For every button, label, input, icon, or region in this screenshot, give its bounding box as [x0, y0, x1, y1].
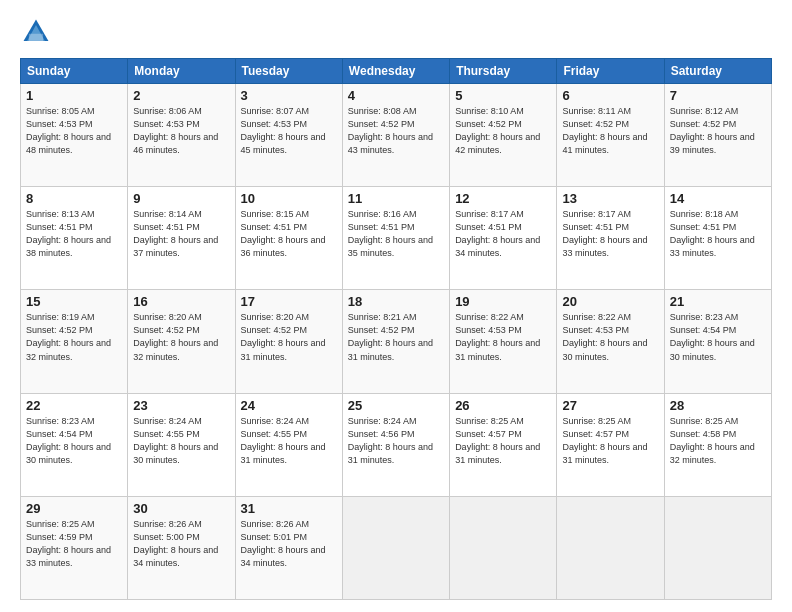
calendar-cell: 13Sunrise: 8:17 AMSunset: 4:51 PMDayligh…: [557, 187, 664, 290]
day-content: Sunrise: 8:25 AMSunset: 4:59 PMDaylight:…: [26, 518, 122, 570]
calendar-cell: 14Sunrise: 8:18 AMSunset: 4:51 PMDayligh…: [664, 187, 771, 290]
day-number: 4: [348, 88, 444, 103]
day-number: 12: [455, 191, 551, 206]
day-content: Sunrise: 8:25 AMSunset: 4:58 PMDaylight:…: [670, 415, 766, 467]
day-number: 14: [670, 191, 766, 206]
calendar-header-saturday: Saturday: [664, 59, 771, 84]
day-content: Sunrise: 8:17 AMSunset: 4:51 PMDaylight:…: [455, 208, 551, 260]
day-number: 5: [455, 88, 551, 103]
day-content: Sunrise: 8:22 AMSunset: 4:53 PMDaylight:…: [455, 311, 551, 363]
calendar-cell: 11Sunrise: 8:16 AMSunset: 4:51 PMDayligh…: [342, 187, 449, 290]
calendar-cell: 27Sunrise: 8:25 AMSunset: 4:57 PMDayligh…: [557, 393, 664, 496]
calendar-cell: 26Sunrise: 8:25 AMSunset: 4:57 PMDayligh…: [450, 393, 557, 496]
calendar-cell: 19Sunrise: 8:22 AMSunset: 4:53 PMDayligh…: [450, 290, 557, 393]
day-content: Sunrise: 8:25 AMSunset: 4:57 PMDaylight:…: [455, 415, 551, 467]
day-content: Sunrise: 8:25 AMSunset: 4:57 PMDaylight:…: [562, 415, 658, 467]
calendar-cell: 22Sunrise: 8:23 AMSunset: 4:54 PMDayligh…: [21, 393, 128, 496]
day-number: 21: [670, 294, 766, 309]
calendar-cell: 15Sunrise: 8:19 AMSunset: 4:52 PMDayligh…: [21, 290, 128, 393]
day-content: Sunrise: 8:16 AMSunset: 4:51 PMDaylight:…: [348, 208, 444, 260]
calendar-cell: 29Sunrise: 8:25 AMSunset: 4:59 PMDayligh…: [21, 496, 128, 599]
day-number: 26: [455, 398, 551, 413]
day-content: Sunrise: 8:20 AMSunset: 4:52 PMDaylight:…: [241, 311, 337, 363]
day-content: Sunrise: 8:05 AMSunset: 4:53 PMDaylight:…: [26, 105, 122, 157]
day-content: Sunrise: 8:24 AMSunset: 4:56 PMDaylight:…: [348, 415, 444, 467]
calendar-cell: [664, 496, 771, 599]
day-number: 7: [670, 88, 766, 103]
calendar: SundayMondayTuesdayWednesdayThursdayFrid…: [20, 58, 772, 600]
day-number: 13: [562, 191, 658, 206]
day-number: 27: [562, 398, 658, 413]
calendar-cell: 9Sunrise: 8:14 AMSunset: 4:51 PMDaylight…: [128, 187, 235, 290]
calendar-cell: 28Sunrise: 8:25 AMSunset: 4:58 PMDayligh…: [664, 393, 771, 496]
day-number: 11: [348, 191, 444, 206]
day-number: 23: [133, 398, 229, 413]
calendar-header-wednesday: Wednesday: [342, 59, 449, 84]
calendar-cell: 8Sunrise: 8:13 AMSunset: 4:51 PMDaylight…: [21, 187, 128, 290]
day-content: Sunrise: 8:18 AMSunset: 4:51 PMDaylight:…: [670, 208, 766, 260]
calendar-cell: 7Sunrise: 8:12 AMSunset: 4:52 PMDaylight…: [664, 84, 771, 187]
day-content: Sunrise: 8:26 AMSunset: 5:01 PMDaylight:…: [241, 518, 337, 570]
calendar-cell: 4Sunrise: 8:08 AMSunset: 4:52 PMDaylight…: [342, 84, 449, 187]
calendar-header-tuesday: Tuesday: [235, 59, 342, 84]
day-number: 15: [26, 294, 122, 309]
calendar-cell: 18Sunrise: 8:21 AMSunset: 4:52 PMDayligh…: [342, 290, 449, 393]
day-content: Sunrise: 8:06 AMSunset: 4:53 PMDaylight:…: [133, 105, 229, 157]
day-content: Sunrise: 8:13 AMSunset: 4:51 PMDaylight:…: [26, 208, 122, 260]
day-number: 30: [133, 501, 229, 516]
day-content: Sunrise: 8:17 AMSunset: 4:51 PMDaylight:…: [562, 208, 658, 260]
day-number: 16: [133, 294, 229, 309]
calendar-cell: 2Sunrise: 8:06 AMSunset: 4:53 PMDaylight…: [128, 84, 235, 187]
day-number: 29: [26, 501, 122, 516]
calendar-cell: 16Sunrise: 8:20 AMSunset: 4:52 PMDayligh…: [128, 290, 235, 393]
page: SundayMondayTuesdayWednesdayThursdayFrid…: [0, 0, 792, 612]
calendar-week-1: 1Sunrise: 8:05 AMSunset: 4:53 PMDaylight…: [21, 84, 772, 187]
day-content: Sunrise: 8:08 AMSunset: 4:52 PMDaylight:…: [348, 105, 444, 157]
day-number: 10: [241, 191, 337, 206]
day-number: 22: [26, 398, 122, 413]
day-content: Sunrise: 8:20 AMSunset: 4:52 PMDaylight:…: [133, 311, 229, 363]
header: [20, 16, 772, 48]
day-number: 3: [241, 88, 337, 103]
calendar-header-row: SundayMondayTuesdayWednesdayThursdayFrid…: [21, 59, 772, 84]
calendar-cell: 25Sunrise: 8:24 AMSunset: 4:56 PMDayligh…: [342, 393, 449, 496]
day-number: 6: [562, 88, 658, 103]
calendar-week-5: 29Sunrise: 8:25 AMSunset: 4:59 PMDayligh…: [21, 496, 772, 599]
calendar-header-friday: Friday: [557, 59, 664, 84]
day-number: 17: [241, 294, 337, 309]
day-content: Sunrise: 8:15 AMSunset: 4:51 PMDaylight:…: [241, 208, 337, 260]
day-number: 8: [26, 191, 122, 206]
calendar-cell: 17Sunrise: 8:20 AMSunset: 4:52 PMDayligh…: [235, 290, 342, 393]
calendar-cell: 31Sunrise: 8:26 AMSunset: 5:01 PMDayligh…: [235, 496, 342, 599]
calendar-header-thursday: Thursday: [450, 59, 557, 84]
calendar-cell: 5Sunrise: 8:10 AMSunset: 4:52 PMDaylight…: [450, 84, 557, 187]
calendar-cell: 6Sunrise: 8:11 AMSunset: 4:52 PMDaylight…: [557, 84, 664, 187]
calendar-cell: [342, 496, 449, 599]
day-number: 1: [26, 88, 122, 103]
day-content: Sunrise: 8:21 AMSunset: 4:52 PMDaylight:…: [348, 311, 444, 363]
day-number: 19: [455, 294, 551, 309]
calendar-cell: [450, 496, 557, 599]
day-content: Sunrise: 8:23 AMSunset: 4:54 PMDaylight:…: [670, 311, 766, 363]
svg-rect-2: [29, 34, 43, 41]
day-number: 28: [670, 398, 766, 413]
calendar-week-4: 22Sunrise: 8:23 AMSunset: 4:54 PMDayligh…: [21, 393, 772, 496]
calendar-cell: 30Sunrise: 8:26 AMSunset: 5:00 PMDayligh…: [128, 496, 235, 599]
day-content: Sunrise: 8:24 AMSunset: 4:55 PMDaylight:…: [133, 415, 229, 467]
day-content: Sunrise: 8:19 AMSunset: 4:52 PMDaylight:…: [26, 311, 122, 363]
day-content: Sunrise: 8:11 AMSunset: 4:52 PMDaylight:…: [562, 105, 658, 157]
day-number: 20: [562, 294, 658, 309]
logo-icon: [20, 16, 52, 48]
calendar-cell: 12Sunrise: 8:17 AMSunset: 4:51 PMDayligh…: [450, 187, 557, 290]
calendar-week-3: 15Sunrise: 8:19 AMSunset: 4:52 PMDayligh…: [21, 290, 772, 393]
day-content: Sunrise: 8:24 AMSunset: 4:55 PMDaylight:…: [241, 415, 337, 467]
day-content: Sunrise: 8:23 AMSunset: 4:54 PMDaylight:…: [26, 415, 122, 467]
calendar-header-monday: Monday: [128, 59, 235, 84]
day-content: Sunrise: 8:12 AMSunset: 4:52 PMDaylight:…: [670, 105, 766, 157]
day-number: 2: [133, 88, 229, 103]
calendar-cell: 21Sunrise: 8:23 AMSunset: 4:54 PMDayligh…: [664, 290, 771, 393]
calendar-cell: 1Sunrise: 8:05 AMSunset: 4:53 PMDaylight…: [21, 84, 128, 187]
day-number: 9: [133, 191, 229, 206]
day-number: 31: [241, 501, 337, 516]
calendar-cell: 20Sunrise: 8:22 AMSunset: 4:53 PMDayligh…: [557, 290, 664, 393]
